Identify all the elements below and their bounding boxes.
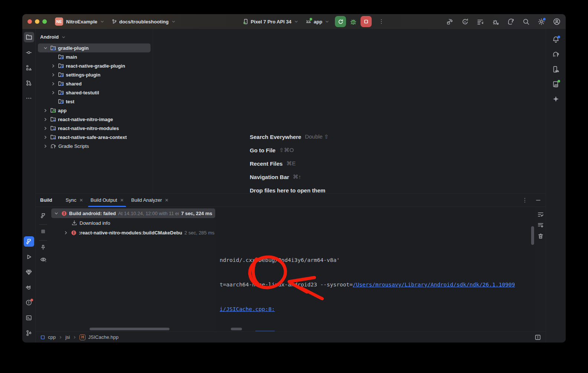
- file-link[interactable]: /Users/mrousavy/Library/Android/sdk/ndk/…: [353, 282, 515, 288]
- minimize-window-button[interactable]: [35, 19, 39, 24]
- pin-tab-button[interactable]: [38, 243, 48, 252]
- terminal-toolwindow-button[interactable]: [24, 312, 34, 323]
- chevron-right-icon[interactable]: [50, 81, 56, 87]
- chevron-right-icon[interactable]: [63, 230, 69, 236]
- run-toolwindow-button[interactable]: [24, 252, 34, 262]
- editor-area[interactable]: Search Everywhere Double ⇧ Go to File ⇧⌘…: [153, 29, 546, 193]
- build-task-row[interactable]: :react-native-nitro-modules:buildCMakeDe…: [51, 228, 216, 237]
- chevron-down-icon[interactable]: [54, 211, 59, 216]
- breadcrumb-cpp[interactable]: cpp: [48, 334, 56, 340]
- chevron-right-icon[interactable]: [42, 134, 48, 140]
- tab-sync[interactable]: Sync ✕: [62, 194, 87, 207]
- chevron-right-icon[interactable]: [50, 63, 56, 69]
- chevron-right-icon[interactable]: [42, 143, 48, 149]
- debug-button[interactable]: [350, 18, 357, 25]
- file-link[interactable]: hpp:36:36: [220, 331, 249, 331]
- rerun-button[interactable]: [335, 16, 346, 27]
- console-vertical-scrollbar[interactable]: [531, 226, 534, 245]
- close-tab-icon[interactable]: ✕: [79, 198, 83, 203]
- apply-changes-button[interactable]: A: [462, 18, 469, 25]
- tree-item-react-native-gradle-plugin[interactable]: react-native-gradle-plugin: [36, 61, 153, 70]
- chevron-right-icon: [72, 335, 77, 340]
- hide-panel-button[interactable]: [535, 197, 541, 203]
- chevron-right-icon[interactable]: [50, 72, 56, 78]
- clear-all-button[interactable]: [537, 233, 544, 239]
- view-options-button[interactable]: [38, 254, 48, 264]
- problems-toolwindow-button[interactable]: [24, 297, 34, 308]
- tree-item-app[interactable]: app: [36, 106, 153, 115]
- tab-build-output[interactable]: Build Output ✕: [87, 194, 127, 207]
- panel-options-button[interactable]: [522, 197, 528, 203]
- tree-item-gradle-scripts[interactable]: Gradle Scripts: [36, 142, 153, 150]
- device-manager-button[interactable]: [551, 64, 561, 74]
- chevron-right-icon[interactable]: [42, 108, 48, 113]
- running-devices-button[interactable]: [551, 79, 561, 89]
- profile-button[interactable]: [553, 18, 560, 25]
- project-view-selector[interactable]: Android: [36, 32, 153, 43]
- stop-build-button[interactable]: [38, 227, 48, 236]
- device-selector[interactable]: Pixel 7 Pro API 34: [243, 19, 299, 25]
- branch-selector[interactable]: docs/troubleshooting: [112, 19, 176, 25]
- chevron-right-icon[interactable]: [42, 117, 48, 122]
- pull-requests-toolwindow-button[interactable]: [24, 78, 34, 88]
- tree-item-test[interactable]: test: [36, 97, 153, 106]
- gemini-assistant-button[interactable]: [551, 94, 561, 104]
- download-info-label: Download info: [80, 220, 110, 226]
- more-actions-button[interactable]: [378, 19, 384, 25]
- close-tab-icon[interactable]: ✕: [120, 198, 124, 203]
- notifications-status-icon[interactable]: [534, 334, 541, 341]
- tree-item-react-native-nitro-modules[interactable]: react-native-nitro-modules: [36, 124, 153, 133]
- stop-button[interactable]: [361, 16, 372, 27]
- tree-item-settings-plugin[interactable]: settings-plugin: [36, 70, 153, 79]
- tree-item-react-native-safe-area-context[interactable]: react-native-safe-area-context: [36, 133, 153, 142]
- tree-item-shared-testutil[interactable]: shared-testutil: [36, 88, 153, 97]
- logcat-toolwindow-button[interactable]: [24, 282, 34, 292]
- soft-wrap-button[interactable]: [537, 211, 544, 218]
- build-output-console[interactable]: ndroid/.cxx/Debug/2nd4i3y6/arm64-v8a' t=…: [216, 207, 535, 331]
- build-root-row[interactable]: Build android: failed At 14.10.24, 12:00…: [51, 208, 215, 218]
- project-selector[interactable]: NitroExample: [66, 19, 105, 25]
- tab-build-analyzer[interactable]: Build Analyzer ✕: [127, 194, 172, 207]
- console-horizontal-scrollbar[interactable]: [231, 328, 242, 330]
- chevron-down-icon[interactable]: [42, 45, 48, 51]
- build-download-info-row[interactable]: Download info: [51, 218, 216, 228]
- attach-debugger-button[interactable]: [492, 18, 499, 25]
- close-tab-icon[interactable]: ✕: [165, 198, 168, 203]
- project-toolwindow-button[interactable]: [24, 32, 34, 42]
- breadcrumb-jsi[interactable]: jsi: [65, 334, 70, 340]
- search-everywhere-button[interactable]: [523, 18, 530, 25]
- tree-item-gradle-plugin[interactable]: gradle-plugin: [38, 43, 151, 52]
- gradle-toolwindow-button[interactable]: [551, 49, 561, 59]
- version-control-toolwindow-button[interactable]: [24, 328, 34, 338]
- tree-item-main[interactable]: main: [36, 52, 153, 61]
- scroll-to-end-button[interactable]: [537, 222, 544, 228]
- tree-horizontal-scrollbar[interactable]: [90, 328, 169, 330]
- tree-item-react-native-nitro-image[interactable]: react-native-nitro-image: [36, 115, 153, 124]
- breadcrumb-file[interactable]: JSICache.hpp: [88, 334, 119, 340]
- notifications-button[interactable]: [551, 34, 561, 45]
- tree-item-shared[interactable]: shared: [36, 79, 153, 88]
- build-panel-title: Build: [40, 197, 52, 203]
- settings-button[interactable]: [538, 18, 545, 25]
- structure-toolwindow-button[interactable]: [24, 62, 34, 73]
- gradle-sync-button[interactable]: [507, 18, 514, 25]
- chevron-right-icon[interactable]: [50, 90, 56, 95]
- zoom-window-button[interactable]: [42, 19, 47, 24]
- build-project-button[interactable]: [446, 18, 453, 25]
- device-name: Pixel 7 Pro API 34: [251, 19, 291, 25]
- run-config-selector[interactable]: app: [306, 19, 330, 25]
- rerun-build-button[interactable]: [38, 211, 48, 220]
- close-window-button[interactable]: [28, 19, 32, 24]
- app-quality-insights-button[interactable]: [24, 267, 34, 277]
- stop-icon: [363, 19, 369, 25]
- chevron-right-icon[interactable]: [42, 126, 48, 131]
- build-toolwindow-button[interactable]: [24, 236, 34, 247]
- apply-code-changes-button[interactable]: [477, 18, 484, 25]
- file-link[interactable]: i/JSICache.cpp:8:: [220, 306, 275, 312]
- error-badge-icon: [71, 230, 77, 236]
- header-file-icon: H: [80, 334, 85, 340]
- console-line: hpp:36:36: error: unknown class name 'NT…: [220, 330, 535, 331]
- commit-toolwindow-button[interactable]: [24, 47, 34, 58]
- tree-item-label: settings-plugin: [66, 72, 100, 78]
- more-toolwindows-button[interactable]: [24, 93, 34, 103]
